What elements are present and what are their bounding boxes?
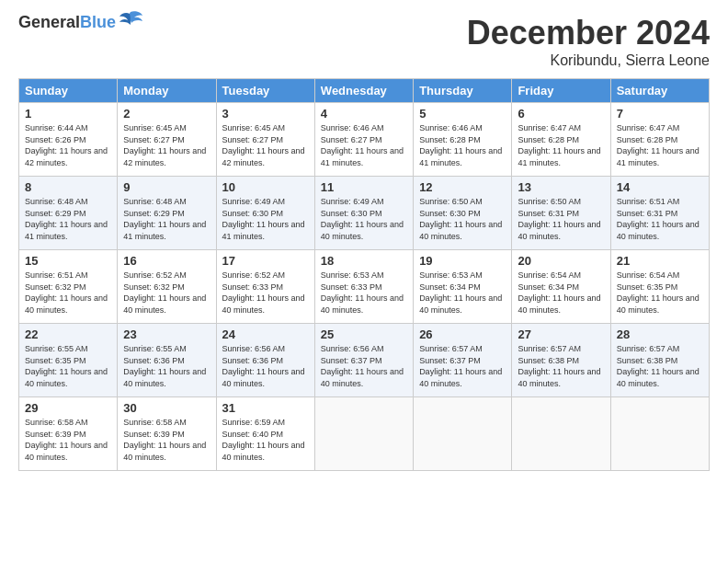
cell-text: Sunrise: 6:48 AMSunset: 6:29 PMDaylight:… bbox=[123, 197, 206, 241]
table-row: 3Sunrise: 6:45 AMSunset: 6:27 PMDaylight… bbox=[216, 103, 314, 177]
table-row: 14Sunrise: 6:51 AMSunset: 6:31 PMDayligh… bbox=[610, 177, 709, 250]
col-friday: Friday bbox=[512, 79, 610, 103]
table-row: 4Sunrise: 6:46 AMSunset: 6:27 PMDaylight… bbox=[314, 103, 413, 177]
cell-text: Sunrise: 6:51 AMSunset: 6:31 PMDaylight:… bbox=[617, 197, 700, 241]
day-number: 6 bbox=[518, 107, 604, 121]
col-wednesday: Wednesday bbox=[314, 79, 413, 103]
month-title: December 2024 bbox=[467, 14, 710, 52]
table-row: 7Sunrise: 6:47 AMSunset: 6:28 PMDaylight… bbox=[610, 103, 709, 177]
table-row: 25Sunrise: 6:56 AMSunset: 6:37 PMDayligh… bbox=[314, 324, 413, 397]
calendar-header-row: Sunday Monday Tuesday Wednesday Thursday… bbox=[19, 79, 710, 103]
logo-text: GeneralBlue bbox=[18, 14, 116, 32]
cell-text: Sunrise: 6:52 AMSunset: 6:33 PMDaylight:… bbox=[222, 270, 305, 315]
day-number: 31 bbox=[222, 401, 309, 415]
table-row: 21Sunrise: 6:54 AMSunset: 6:35 PMDayligh… bbox=[610, 250, 709, 324]
day-number: 12 bbox=[419, 180, 506, 194]
table-row bbox=[610, 397, 709, 471]
day-number: 15 bbox=[25, 254, 111, 268]
col-saturday: Saturday bbox=[610, 79, 709, 103]
calendar-week-row: 8Sunrise: 6:48 AMSunset: 6:29 PMDaylight… bbox=[19, 177, 710, 250]
table-row: 26Sunrise: 6:57 AMSunset: 6:37 PMDayligh… bbox=[414, 324, 512, 397]
day-number: 3 bbox=[222, 107, 309, 121]
day-number: 26 bbox=[419, 327, 506, 341]
cell-text: Sunrise: 6:57 AMSunset: 6:38 PMDaylight:… bbox=[518, 344, 600, 388]
day-number: 22 bbox=[25, 327, 111, 341]
table-row: 6Sunrise: 6:47 AMSunset: 6:28 PMDaylight… bbox=[512, 103, 610, 177]
day-number: 29 bbox=[25, 401, 111, 415]
table-row bbox=[414, 397, 512, 471]
calendar: Sunday Monday Tuesday Wednesday Thursday… bbox=[18, 78, 710, 471]
table-row: 22Sunrise: 6:55 AMSunset: 6:35 PMDayligh… bbox=[19, 324, 118, 397]
day-number: 11 bbox=[321, 180, 407, 194]
logo-bird-icon bbox=[118, 10, 143, 30]
title-area: December 2024 Koribundu, Sierra Leone bbox=[467, 14, 710, 69]
table-row: 29Sunrise: 6:58 AMSunset: 6:39 PMDayligh… bbox=[19, 397, 118, 471]
calendar-week-row: 15Sunrise: 6:51 AMSunset: 6:32 PMDayligh… bbox=[19, 250, 710, 324]
table-row: 17Sunrise: 6:52 AMSunset: 6:33 PMDayligh… bbox=[216, 250, 314, 324]
day-number: 10 bbox=[222, 180, 309, 194]
day-number: 8 bbox=[25, 180, 111, 194]
table-row: 15Sunrise: 6:51 AMSunset: 6:32 PMDayligh… bbox=[19, 250, 118, 324]
cell-text: Sunrise: 6:54 AMSunset: 6:34 PMDaylight:… bbox=[518, 270, 600, 315]
day-number: 7 bbox=[617, 107, 703, 121]
header: GeneralBlue December 2024 Koribundu, Sie… bbox=[18, 14, 710, 69]
table-row: 16Sunrise: 6:52 AMSunset: 6:32 PMDayligh… bbox=[118, 250, 216, 324]
day-number: 17 bbox=[222, 254, 309, 268]
table-row: 23Sunrise: 6:55 AMSunset: 6:36 PMDayligh… bbox=[118, 324, 216, 397]
cell-text: Sunrise: 6:45 AMSunset: 6:27 PMDaylight:… bbox=[222, 123, 305, 167]
table-row: 28Sunrise: 6:57 AMSunset: 6:38 PMDayligh… bbox=[610, 324, 709, 397]
cell-text: Sunrise: 6:49 AMSunset: 6:30 PMDaylight:… bbox=[321, 197, 404, 241]
table-row: 24Sunrise: 6:56 AMSunset: 6:36 PMDayligh… bbox=[216, 324, 314, 397]
cell-text: Sunrise: 6:58 AMSunset: 6:39 PMDaylight:… bbox=[123, 418, 206, 462]
page: GeneralBlue December 2024 Koribundu, Sie… bbox=[0, 0, 728, 563]
cell-text: Sunrise: 6:52 AMSunset: 6:32 PMDaylight:… bbox=[123, 270, 206, 315]
table-row: 31Sunrise: 6:59 AMSunset: 6:40 PMDayligh… bbox=[216, 397, 314, 471]
cell-text: Sunrise: 6:53 AMSunset: 6:33 PMDaylight:… bbox=[321, 270, 404, 315]
table-row: 13Sunrise: 6:50 AMSunset: 6:31 PMDayligh… bbox=[512, 177, 610, 250]
day-number: 19 bbox=[419, 254, 506, 268]
day-number: 1 bbox=[25, 107, 111, 121]
col-sunday: Sunday bbox=[19, 79, 118, 103]
day-number: 21 bbox=[617, 254, 703, 268]
location: Koribundu, Sierra Leone bbox=[467, 52, 710, 69]
cell-text: Sunrise: 6:46 AMSunset: 6:28 PMDaylight:… bbox=[419, 123, 502, 167]
cell-text: Sunrise: 6:59 AMSunset: 6:40 PMDaylight:… bbox=[222, 418, 305, 462]
day-number: 27 bbox=[518, 327, 604, 341]
cell-text: Sunrise: 6:58 AMSunset: 6:39 PMDaylight:… bbox=[25, 418, 108, 462]
day-number: 28 bbox=[617, 327, 703, 341]
calendar-week-row: 22Sunrise: 6:55 AMSunset: 6:35 PMDayligh… bbox=[19, 324, 710, 397]
cell-text: Sunrise: 6:55 AMSunset: 6:36 PMDaylight:… bbox=[123, 344, 206, 388]
day-number: 24 bbox=[222, 327, 309, 341]
day-number: 23 bbox=[123, 327, 210, 341]
calendar-week-row: 1Sunrise: 6:44 AMSunset: 6:26 PMDaylight… bbox=[19, 103, 710, 177]
day-number: 5 bbox=[419, 107, 506, 121]
table-row: 9Sunrise: 6:48 AMSunset: 6:29 PMDaylight… bbox=[118, 177, 216, 250]
day-number: 2 bbox=[123, 107, 210, 121]
cell-text: Sunrise: 6:47 AMSunset: 6:28 PMDaylight:… bbox=[617, 123, 700, 167]
day-number: 9 bbox=[123, 180, 210, 194]
day-number: 30 bbox=[123, 401, 210, 415]
cell-text: Sunrise: 6:48 AMSunset: 6:29 PMDaylight:… bbox=[25, 197, 108, 241]
table-row: 11Sunrise: 6:49 AMSunset: 6:30 PMDayligh… bbox=[314, 177, 413, 250]
logo: GeneralBlue bbox=[18, 14, 143, 32]
day-number: 16 bbox=[123, 254, 210, 268]
table-row: 5Sunrise: 6:46 AMSunset: 6:28 PMDaylight… bbox=[414, 103, 512, 177]
col-monday: Monday bbox=[118, 79, 216, 103]
table-row: 19Sunrise: 6:53 AMSunset: 6:34 PMDayligh… bbox=[414, 250, 512, 324]
cell-text: Sunrise: 6:53 AMSunset: 6:34 PMDaylight:… bbox=[419, 270, 502, 315]
day-number: 4 bbox=[321, 107, 407, 121]
cell-text: Sunrise: 6:47 AMSunset: 6:28 PMDaylight:… bbox=[518, 123, 600, 167]
cell-text: Sunrise: 6:56 AMSunset: 6:37 PMDaylight:… bbox=[321, 344, 404, 388]
day-number: 18 bbox=[321, 254, 407, 268]
cell-text: Sunrise: 6:51 AMSunset: 6:32 PMDaylight:… bbox=[25, 270, 108, 315]
table-row bbox=[512, 397, 610, 471]
table-row: 1Sunrise: 6:44 AMSunset: 6:26 PMDaylight… bbox=[19, 103, 118, 177]
table-row: 10Sunrise: 6:49 AMSunset: 6:30 PMDayligh… bbox=[216, 177, 314, 250]
table-row: 18Sunrise: 6:53 AMSunset: 6:33 PMDayligh… bbox=[314, 250, 413, 324]
table-row bbox=[314, 397, 413, 471]
table-row: 20Sunrise: 6:54 AMSunset: 6:34 PMDayligh… bbox=[512, 250, 610, 324]
cell-text: Sunrise: 6:50 AMSunset: 6:30 PMDaylight:… bbox=[419, 197, 502, 241]
cell-text: Sunrise: 6:57 AMSunset: 6:38 PMDaylight:… bbox=[617, 344, 700, 388]
day-number: 25 bbox=[321, 327, 407, 341]
calendar-week-row: 29Sunrise: 6:58 AMSunset: 6:39 PMDayligh… bbox=[19, 397, 710, 471]
